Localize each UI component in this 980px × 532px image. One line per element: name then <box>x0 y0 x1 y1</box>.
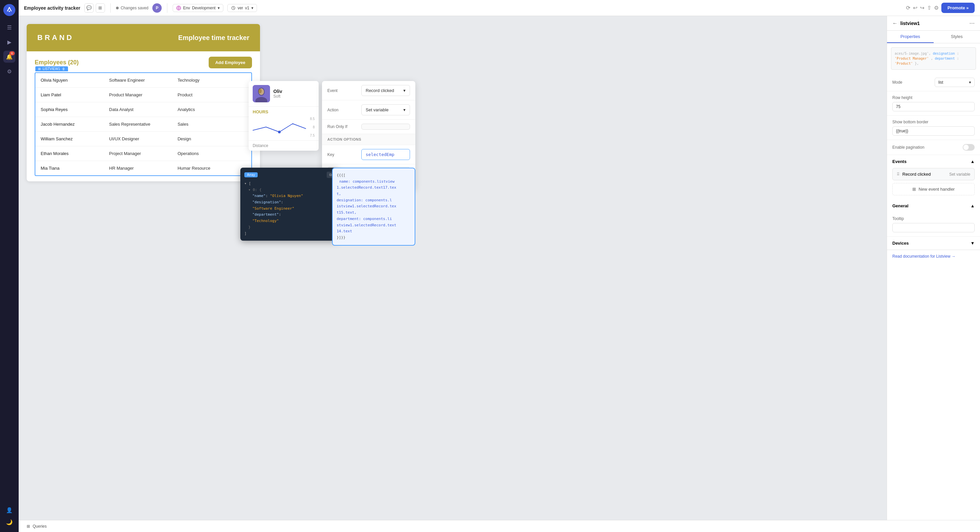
employees-section: Employees (20) Add Employee ⊞ LISTVIEW1 … <box>27 51 260 182</box>
listview-delete-icon[interactable]: 🗑 <box>62 67 65 71</box>
redo-icon[interactable]: ↪ <box>920 5 924 11</box>
show-border-label: Show bottom border <box>892 119 975 124</box>
sidebar-gear-icon[interactable]: ⚙ <box>3 65 15 77</box>
new-event-icon: ⊞ <box>912 187 916 192</box>
devices-section-header[interactable]: Devices ▼ <box>887 237 980 250</box>
divider1 <box>110 3 111 13</box>
add-employee-button[interactable]: Add Employee <box>208 57 252 68</box>
promote-button[interactable]: Promote » <box>941 3 975 13</box>
chart-label-8: 8 <box>313 125 315 129</box>
list-item[interactable]: William Sanchez UI/UX Designer Design <box>35 132 251 147</box>
panel-menu-button[interactable]: ⋯ <box>969 20 975 26</box>
listview-container: ⊞ LISTVIEW1 🗑 Olivia Nguyen Software Eng… <box>35 72 252 176</box>
env-selector[interactable]: Env Development ▾ <box>173 4 223 12</box>
topbar-right: ⟳ ↩ ↪ ⇧ ⚙ Promote » <box>906 3 975 13</box>
array-popup: Array ⧉ ▾ [ ▾ 0: { "name": "Olivia Nguye… <box>240 168 339 241</box>
employee-dept: Humar Resource <box>178 166 246 170</box>
brand-title: Employee time tracker <box>178 34 249 41</box>
env-chevron: ▾ <box>218 6 220 10</box>
comment-icon[interactable]: 💬 <box>84 3 94 13</box>
new-event-label: New event handler <box>919 187 955 192</box>
svg-point-0 <box>3 4 15 16</box>
new-event-button[interactable]: ⊞ New event handler <box>892 183 975 195</box>
panel-header: ← listview1 ⋯ <box>887 16 980 31</box>
sidebar: ☰ ▶ 🔔 6 ⚙ 👤 🌙 <box>0 0 19 532</box>
event-label: Event <box>327 88 357 93</box>
docs-link[interactable]: Read documentation for Listview → <box>892 254 975 259</box>
employee-name: Ethan Morales <box>41 151 109 156</box>
employee-role: Sales Representative <box>109 122 177 127</box>
list-item[interactable]: Jacob Hernandez Sales Representative Sal… <box>35 117 251 132</box>
queries-bar: ⊞ Queries <box>19 520 980 532</box>
sidebar-nav-icon[interactable]: ☰ <box>3 21 15 33</box>
array-item-0: ▾ 0: { "name": "Olivia Nguyen" "designat… <box>244 187 335 231</box>
list-item[interactable]: Mia Tiana HR Manager Humar Resource <box>35 161 251 175</box>
action-select[interactable]: Set variable ▾ <box>361 104 410 115</box>
run-only-input[interactable] <box>361 124 410 130</box>
svg-point-9 <box>278 131 281 133</box>
pagination-toggle[interactable] <box>963 144 975 151</box>
key-input[interactable]: selectedEmp <box>361 149 410 160</box>
mode-select[interactable]: list ▾ <box>935 78 975 87</box>
queries-icon: ⊞ <box>27 524 30 529</box>
employee-name: Liam Patel <box>41 92 109 97</box>
tooltip-section: Tooltip <box>887 212 980 237</box>
events-section-header[interactable]: Events ▲ <box>887 155 980 168</box>
sidebar-bell-icon[interactable]: 🔔 6 <box>3 51 15 63</box>
row-height-section: Row height 75 <box>887 91 980 116</box>
employee-role: Data Analyst <box>109 107 177 112</box>
user-badge[interactable]: P <box>152 3 162 13</box>
employee-name: Sophia Reyes <box>41 107 109 112</box>
sidebar-logo[interactable] <box>3 4 15 16</box>
action-value: Set variable <box>366 107 389 112</box>
general-section-header[interactable]: General ▲ <box>887 199 980 212</box>
tooltip-label: Tooltip <box>892 216 975 221</box>
list-item[interactable]: Liam Patel Product Manager Product <box>35 88 251 102</box>
show-border-input[interactable]: {{true}} <box>892 126 975 136</box>
employees-title: Employees (20) <box>35 59 79 66</box>
svg-point-1 <box>9 11 10 12</box>
devices-collapse-icon: ▼ <box>970 241 975 246</box>
employee-role-display: Soft <box>273 94 282 99</box>
employee-dept: Operations <box>178 151 246 156</box>
panel-tabs: Properties Styles <box>887 31 980 43</box>
layout-icon[interactable]: ⊞ <box>95 3 105 13</box>
general-title: General <box>892 203 908 208</box>
status-text: Changes saved <box>121 6 148 10</box>
undo-icon[interactable]: ↩ <box>913 5 917 11</box>
event-row: Event Record clicked ▾ <box>322 81 415 100</box>
list-item[interactable]: Olivia Nguyen Software Engineer Technolo… <box>35 73 251 88</box>
brand-header: BRAND Employee time tracker <box>27 24 260 51</box>
save-status: Changes saved <box>116 6 148 10</box>
settings-icon[interactable]: ⚙ <box>934 5 939 11</box>
sync-icon[interactable]: ⟳ <box>906 5 910 11</box>
chart-svg <box>253 117 306 137</box>
tooltip-input[interactable] <box>892 223 975 233</box>
svg-point-8 <box>258 89 262 93</box>
main-container: Employee activity tracker 💬 ⊞ Changes sa… <box>19 0 980 532</box>
list-item[interactable]: Ethan Morales Project Manager Operations <box>35 147 251 161</box>
env-value: Development <box>192 6 216 10</box>
event-item-action: Set variable <box>949 172 970 177</box>
employee-dept: Product <box>178 92 246 97</box>
app-title: Employee activity tracker <box>24 5 80 11</box>
row-height-input[interactable]: 75 <box>892 102 975 111</box>
event-item-record-clicked[interactable]: ⠿ Record clicked Set variable <box>892 168 975 180</box>
sidebar-moon-icon[interactable]: 🌙 <box>3 516 15 528</box>
tab-properties[interactable]: Properties <box>887 31 934 43</box>
sidebar-user-icon[interactable]: 👤 <box>3 504 15 516</box>
ver-icon <box>231 6 235 10</box>
mode-chevron: ▾ <box>969 80 971 84</box>
ver-selector[interactable]: ver v1 ▾ <box>228 4 257 12</box>
share-icon[interactable]: ⇧ <box>927 5 931 11</box>
app-preview: BRAND Employee time tracker Employees (2… <box>27 24 260 182</box>
tab-styles[interactable]: Styles <box>934 31 980 43</box>
event-select[interactable]: Record clicked ▾ <box>361 85 410 96</box>
sidebar-play-icon[interactable]: ▶ <box>3 36 15 48</box>
list-item[interactable]: Sophia Reyes Data Analyst Analytics <box>35 102 251 117</box>
divider2 <box>167 3 167 13</box>
notification-badge: 6 <box>10 51 15 55</box>
employee-dept: Design <box>178 136 246 141</box>
panel-back-button[interactable]: ← <box>892 20 898 26</box>
employee-name: William Sanchez <box>41 136 109 141</box>
